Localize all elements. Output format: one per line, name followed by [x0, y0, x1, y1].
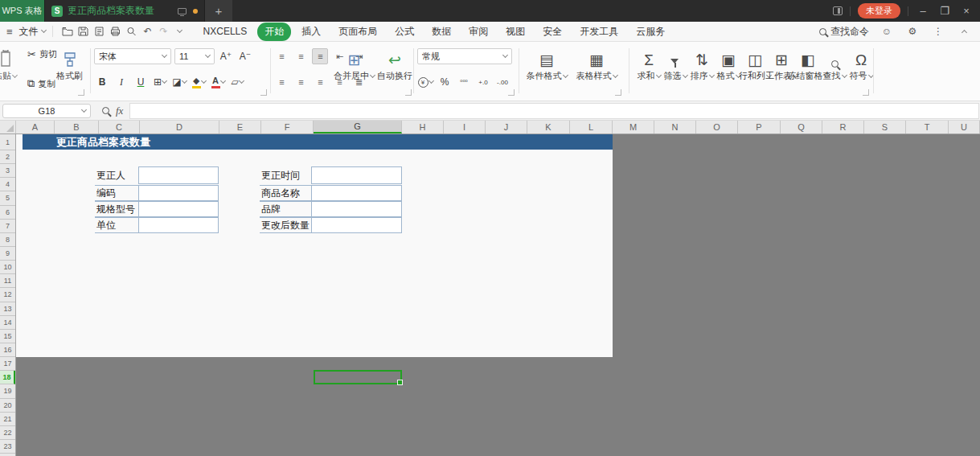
underline-button[interactable]: U: [133, 74, 149, 90]
quickbar-dropdown-icon[interactable]: [172, 23, 188, 39]
form-input-单位[interactable]: [138, 217, 219, 233]
menu-tab-云服务[interactable]: 云服务: [629, 23, 672, 41]
feedback-icon[interactable]: ☺: [879, 23, 895, 39]
row-header-21[interactable]: 21: [0, 413, 15, 426]
hamburger-menu-icon[interactable]: ≡: [6, 26, 13, 38]
bold-button[interactable]: B: [94, 74, 110, 90]
font-color-button[interactable]: A: [210, 74, 226, 90]
row-header-14[interactable]: 14: [0, 316, 15, 330]
form-input-编码[interactable]: [138, 185, 219, 201]
column-header-R[interactable]: R: [822, 121, 864, 134]
行和列-button[interactable]: ◫行和列: [743, 48, 767, 82]
collapse-ribbon-icon[interactable]: [956, 23, 972, 39]
align-bottom-button[interactable]: ≡: [312, 48, 328, 64]
selected-cell-g18[interactable]: [314, 370, 402, 384]
row-header-15[interactable]: 15: [0, 330, 15, 343]
row-header-10[interactable]: 10: [0, 261, 15, 274]
align-right-button[interactable]: ≡: [312, 74, 328, 90]
column-header-T[interactable]: T: [906, 121, 949, 134]
menu-tab-页面布局[interactable]: 页面布局: [331, 23, 384, 41]
row-header-1[interactable]: 1: [0, 134, 15, 150]
column-header-U[interactable]: U: [949, 121, 980, 134]
align-top-button[interactable]: ≡: [273, 48, 289, 64]
clear-format-button[interactable]: ▱: [229, 74, 245, 90]
row-header-23[interactable]: 23: [0, 440, 15, 454]
print-preview-icon[interactable]: [124, 23, 140, 39]
row-header-11[interactable]: 11: [0, 274, 15, 288]
wps-app-tab[interactable]: WPS 表格: [0, 0, 44, 22]
menu-tab-视图[interactable]: 视图: [498, 23, 532, 41]
menu-tab-开始[interactable]: 开始: [257, 23, 291, 41]
column-header-D[interactable]: D: [140, 121, 219, 134]
row-header-5[interactable]: 5: [0, 191, 15, 205]
column-header-C[interactable]: C: [99, 121, 140, 134]
sheet-grid[interactable]: 更正商品档案表数量 更正人编码规格型号单位更正时间商品名称品牌更改后数量 123…: [0, 134, 980, 456]
row-header-2[interactable]: 2: [0, 150, 15, 164]
monitor-icon[interactable]: [178, 8, 187, 14]
insert-function-icon[interactable]: [102, 107, 109, 114]
merge-center-button[interactable]: ⊞ 合并居中: [334, 48, 375, 82]
查找-button[interactable]: 查找: [822, 48, 847, 82]
menu-tab-审阅[interactable]: 审阅: [461, 23, 495, 41]
排序-button[interactable]: ⇅排序: [690, 48, 714, 82]
column-header-I[interactable]: I: [444, 121, 486, 134]
align-left-button[interactable]: ≡: [273, 74, 289, 90]
cell-shading-button[interactable]: ◪: [171, 74, 187, 90]
export-pdf-icon[interactable]: [92, 23, 108, 39]
column-header-P[interactable]: P: [738, 121, 781, 134]
row-header-8[interactable]: 8: [0, 233, 15, 247]
copy-button[interactable]: ⧉复制: [27, 77, 57, 90]
minimize-button[interactable]: –: [916, 5, 930, 17]
increase-decimal-button[interactable]: +.0: [475, 74, 491, 90]
row-header-3[interactable]: 3: [0, 164, 15, 178]
row-header-9[interactable]: 9: [0, 247, 15, 261]
font-family-select[interactable]: 宋体: [94, 48, 171, 64]
筛选-button[interactable]: 筛选: [663, 48, 687, 82]
column-header-A[interactable]: A: [16, 121, 55, 134]
row-header-16[interactable]: 16: [0, 343, 15, 357]
cut-button[interactable]: ✂剪切: [27, 48, 57, 60]
formula-input[interactable]: [129, 103, 979, 119]
select-all-corner[interactable]: [0, 121, 16, 134]
column-header-K[interactable]: K: [527, 121, 570, 134]
fill-color-button[interactable]: ⬥: [191, 74, 207, 90]
sheet-title-banner[interactable]: 更正商品档案表数量: [23, 134, 613, 150]
open-file-icon[interactable]: [59, 23, 76, 39]
row-header-4[interactable]: 4: [0, 178, 15, 191]
row-header-20[interactable]: 20: [0, 399, 15, 413]
column-header-G[interactable]: G: [314, 121, 402, 134]
menu-tab-数据[interactable]: 数据: [424, 23, 458, 41]
menu-tab-公式[interactable]: 公式: [387, 23, 421, 41]
currency-format-button[interactable]: ¥: [417, 74, 433, 90]
new-tab-button[interactable]: +: [205, 0, 232, 22]
close-button[interactable]: ×: [959, 5, 974, 17]
comma-format-button[interactable]: ⁰⁰⁰: [456, 74, 472, 90]
row-header-22[interactable]: 22: [0, 426, 15, 440]
form-input-规格型号[interactable]: [138, 201, 219, 217]
gear-icon[interactable]: ⚙: [904, 23, 921, 39]
increase-font-button[interactable]: A⁺: [218, 48, 234, 64]
格式-button[interactable]: ▣格式: [716, 48, 740, 82]
符号-button[interactable]: Ω符号: [849, 48, 873, 82]
format-painter-button[interactable]: 格式刷: [56, 48, 83, 82]
column-header-Q[interactable]: Q: [781, 121, 822, 134]
file-menu[interactable]: 文件: [19, 25, 46, 39]
form-input-品牌[interactable]: [311, 201, 402, 217]
条件格式-button[interactable]: ▤条件格式: [524, 48, 569, 82]
name-box[interactable]: G18: [2, 104, 91, 118]
fx-label[interactable]: fx: [116, 105, 123, 117]
font-size-select[interactable]: 11: [174, 48, 215, 64]
row-header-13[interactable]: 13: [0, 302, 15, 316]
align-center-button[interactable]: ≡: [293, 74, 309, 90]
row-header-18[interactable]: 18: [0, 371, 15, 384]
column-header-E[interactable]: E: [219, 121, 261, 134]
align-middle-button[interactable]: ≡: [293, 48, 309, 64]
undo-icon[interactable]: ↶: [140, 23, 156, 39]
italic-button[interactable]: I: [113, 74, 129, 90]
column-header-S[interactable]: S: [864, 121, 906, 134]
row-header-17[interactable]: 17: [0, 357, 15, 371]
column-header-M[interactable]: M: [613, 121, 654, 134]
save-icon[interactable]: [76, 23, 92, 39]
more-options-icon[interactable]: ⋮: [930, 23, 946, 39]
document-tab[interactable]: S 更正商品档案表数量: [44, 0, 205, 22]
